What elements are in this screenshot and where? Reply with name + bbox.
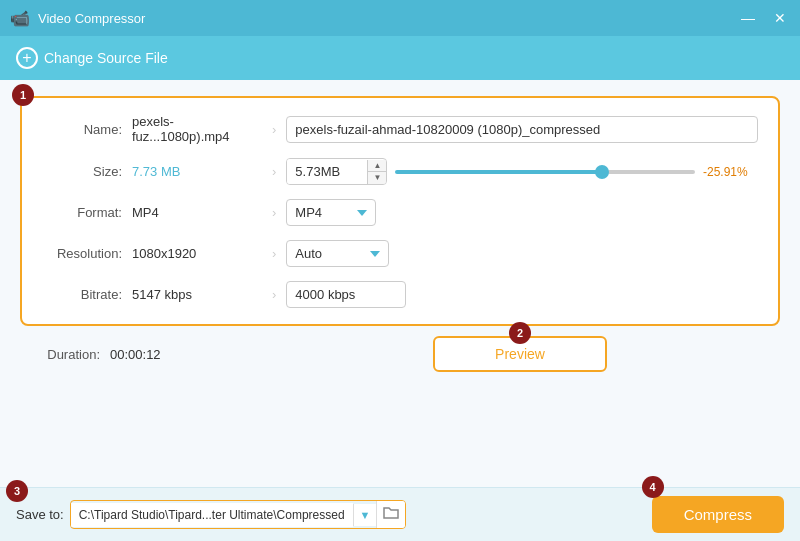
toolbar: + Change Source File bbox=[0, 36, 800, 80]
change-source-button[interactable]: + Change Source File bbox=[16, 47, 168, 69]
save-path-text: C:\Tipard Studio\Tipard...ter Ultimate\C… bbox=[71, 503, 353, 527]
format-label: Format: bbox=[42, 205, 132, 220]
name-label: Name: bbox=[42, 122, 132, 137]
duration-row: Duration: 00:00:12 2 Preview bbox=[20, 336, 780, 372]
size-input-area: ▲ ▼ -25.91% bbox=[286, 158, 758, 185]
save-path-folder-button[interactable] bbox=[376, 501, 405, 528]
size-input-wrap: ▲ ▼ bbox=[286, 158, 387, 185]
minimize-button[interactable]: — bbox=[738, 10, 758, 26]
badge-1: 1 bbox=[12, 84, 34, 106]
arrow-icon-format: › bbox=[272, 205, 276, 220]
title-bar: 📹 Video Compressor — ✕ bbox=[0, 0, 800, 36]
settings-panel: 1 Name: pexels-fuz...1080p).mp4 › Size: … bbox=[20, 96, 780, 326]
size-slider[interactable] bbox=[395, 170, 695, 174]
slider-area: -25.91% bbox=[395, 165, 758, 179]
resolution-input-area: Auto 1080x1920 720x1280 480x854 bbox=[286, 240, 758, 267]
size-input[interactable] bbox=[287, 159, 367, 184]
size-down-button[interactable]: ▼ bbox=[368, 172, 386, 184]
size-row: Size: 7.73 MB › ▲ ▼ -25.91% bbox=[42, 158, 758, 185]
badge-2: 2 bbox=[509, 322, 531, 344]
badge-4: 4 bbox=[642, 476, 664, 498]
bitrate-input-area bbox=[286, 281, 758, 308]
change-source-label: Change Source File bbox=[44, 50, 168, 66]
bitrate-input[interactable] bbox=[286, 281, 406, 308]
resolution-row: Resolution: 1080x1920 › Auto 1080x1920 7… bbox=[42, 240, 758, 267]
arrow-icon-size: › bbox=[272, 164, 276, 179]
format-row: Format: MP4 › MP4 AVI MOV MKV bbox=[42, 199, 758, 226]
arrow-icon-bitrate: › bbox=[272, 287, 276, 302]
app-icon: 📹 bbox=[10, 9, 30, 28]
window-controls: — ✕ bbox=[738, 10, 790, 26]
size-label: Size: bbox=[42, 164, 132, 179]
bitrate-row: Bitrate: 5147 kbps › bbox=[42, 281, 758, 308]
resolution-select[interactable]: Auto 1080x1920 720x1280 480x854 bbox=[286, 240, 389, 267]
size-spinner: ▲ ▼ bbox=[367, 160, 386, 184]
name-input[interactable] bbox=[286, 116, 758, 143]
resolution-original-value: 1080x1920 bbox=[132, 246, 262, 261]
compress-area: 4 Compress bbox=[652, 496, 784, 533]
duration-value: 00:00:12 bbox=[110, 347, 240, 362]
bottom-bar: 3 Save to: C:\Tipard Studio\Tipard...ter… bbox=[0, 487, 800, 541]
app-title: Video Compressor bbox=[38, 11, 145, 26]
save-path-wrap: C:\Tipard Studio\Tipard...ter Ultimate\C… bbox=[70, 500, 407, 529]
arrow-icon-name: › bbox=[272, 122, 276, 137]
preview-area: 2 Preview bbox=[260, 336, 780, 372]
save-to-area: 3 Save to: C:\Tipard Studio\Tipard...ter… bbox=[16, 500, 406, 529]
close-button[interactable]: ✕ bbox=[770, 10, 790, 26]
format-input-area: MP4 AVI MOV MKV bbox=[286, 199, 758, 226]
resolution-label: Resolution: bbox=[42, 246, 132, 261]
size-original-value: 7.73 MB bbox=[132, 164, 262, 179]
size-up-button[interactable]: ▲ bbox=[368, 160, 386, 172]
bitrate-label: Bitrate: bbox=[42, 287, 132, 302]
format-original-value: MP4 bbox=[132, 205, 262, 220]
main-content: 1 Name: pexels-fuz...1080p).mp4 › Size: … bbox=[0, 80, 800, 487]
name-original-value: pexels-fuz...1080p).mp4 bbox=[132, 114, 262, 144]
save-to-label: Save to: bbox=[16, 507, 64, 522]
bitrate-original-value: 5147 kbps bbox=[132, 287, 262, 302]
compress-button[interactable]: Compress bbox=[652, 496, 784, 533]
save-path-dropdown-button[interactable]: ▼ bbox=[353, 504, 377, 526]
format-select[interactable]: MP4 AVI MOV MKV bbox=[286, 199, 376, 226]
plus-circle-icon: + bbox=[16, 47, 38, 69]
duration-label: Duration: bbox=[20, 347, 110, 362]
badge-3: 3 bbox=[6, 480, 28, 502]
name-row: Name: pexels-fuz...1080p).mp4 › bbox=[42, 114, 758, 144]
slider-percent: -25.91% bbox=[703, 165, 758, 179]
name-input-area bbox=[286, 116, 758, 143]
arrow-icon-resolution: › bbox=[272, 246, 276, 261]
